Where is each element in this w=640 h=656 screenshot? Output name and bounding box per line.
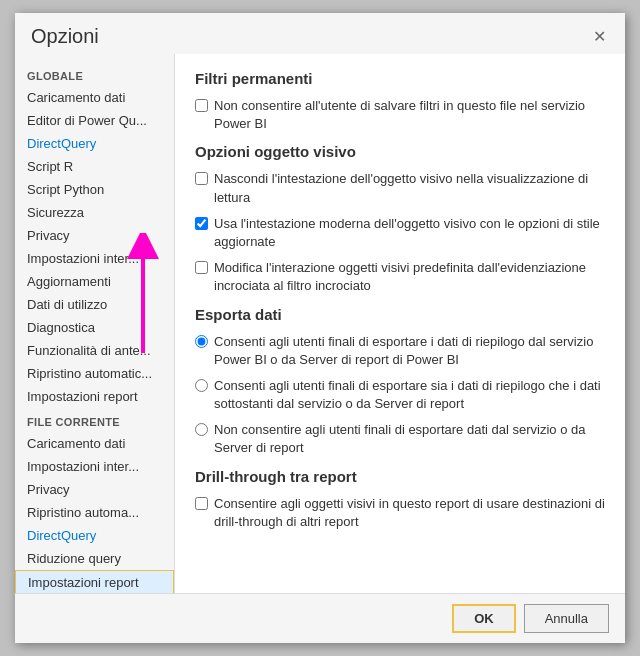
cancel-button[interactable]: Annulla xyxy=(524,604,609,633)
section-title-filtri: Filtri permanenti xyxy=(195,70,605,87)
checkbox-input-1-2[interactable] xyxy=(195,261,208,274)
option-text: Usa l'intestazione moderna dell'oggetto … xyxy=(214,215,605,251)
titlebar: Opzioni ✕ xyxy=(15,13,625,54)
sidebar-item-file[interactable]: Impostazioni report xyxy=(15,570,174,593)
sidebar-item-global[interactable]: DirectQuery xyxy=(15,132,174,155)
radio-input-2-2[interactable] xyxy=(195,423,208,436)
sidebar-global-items: Caricamento datiEditor di Power Qu...Dir… xyxy=(15,86,174,408)
checkbox-input-1-1[interactable] xyxy=(195,217,208,230)
checkbox-input-0-0[interactable] xyxy=(195,99,208,112)
sidebar-item-file[interactable]: Ripristino automa... xyxy=(15,501,174,524)
option-text: Nascondi l'intestazione dell'oggetto vis… xyxy=(214,170,605,206)
sidebar-item-file[interactable]: DirectQuery xyxy=(15,524,174,547)
option-row: Non consentire agli utenti finali di esp… xyxy=(195,421,605,457)
sidebar-item-global[interactable]: Impostazioni inter... xyxy=(15,247,174,270)
sidebar-item-global[interactable]: Script Python xyxy=(15,178,174,201)
content-sections: Filtri permanentiNon consentire all'uten… xyxy=(195,70,605,531)
sidebar-item-global[interactable]: Diagnostica xyxy=(15,316,174,339)
option-row: Consentire agli oggetti visivi in questo… xyxy=(195,495,605,531)
sidebar-item-file[interactable]: Riduzione query xyxy=(15,547,174,570)
option-row: Consenti agli utenti finali di esportare… xyxy=(195,377,605,413)
section-title-esporta_dati: Esporta dati xyxy=(195,306,605,323)
dialog-footer: OK Annulla xyxy=(15,593,625,643)
sidebar-file-items: Caricamento datiImpostazioni inter...Pri… xyxy=(15,432,174,593)
sidebar-item-file[interactable]: Caricamento dati xyxy=(15,432,174,455)
section-title-drill_through: Drill-through tra report xyxy=(195,468,605,485)
sidebar-item-file[interactable]: Privacy xyxy=(15,478,174,501)
sidebar-item-file[interactable]: Impostazioni inter... xyxy=(15,455,174,478)
sidebar-file-label: FILE CORRENTE xyxy=(15,408,174,432)
option-row: Modifica l'interazione oggetti visivi pr… xyxy=(195,259,605,295)
sidebar-item-global[interactable]: Privacy xyxy=(15,224,174,247)
sidebar-item-global[interactable]: Dati di utilizzo xyxy=(15,293,174,316)
checkbox-input-1-0[interactable] xyxy=(195,172,208,185)
radio-input-2-0[interactable] xyxy=(195,335,208,348)
sidebar-item-global[interactable]: Funzionalità di ante... xyxy=(15,339,174,362)
sidebar-global-label: GLOBALE xyxy=(15,62,174,86)
options-dialog: Opzioni ✕ GLOBALE Caricamento datiEditor… xyxy=(15,13,625,643)
option-text: Non consentire all'utente di salvare fil… xyxy=(214,97,605,133)
sidebar-item-global[interactable]: Aggiornamenti xyxy=(15,270,174,293)
content-area: Filtri permanentiNon consentire all'uten… xyxy=(175,54,625,593)
option-row: Nascondi l'intestazione dell'oggetto vis… xyxy=(195,170,605,206)
option-row: Consenti agli utenti finali di esportare… xyxy=(195,333,605,369)
close-button[interactable]: ✕ xyxy=(589,27,609,47)
checkbox-input-3-0[interactable] xyxy=(195,497,208,510)
dialog-body: GLOBALE Caricamento datiEditor di Power … xyxy=(15,54,625,593)
sidebar-item-global[interactable]: Impostazioni report xyxy=(15,385,174,408)
sidebar: GLOBALE Caricamento datiEditor di Power … xyxy=(15,54,175,593)
dialog-title: Opzioni xyxy=(31,25,99,48)
option-text: Consenti agli utenti finali di esportare… xyxy=(214,333,605,369)
radio-input-2-1[interactable] xyxy=(195,379,208,392)
ok-button[interactable]: OK xyxy=(452,604,516,633)
option-text: Consenti agli utenti finali di esportare… xyxy=(214,377,605,413)
sidebar-item-global[interactable]: Editor di Power Qu... xyxy=(15,109,174,132)
sidebar-item-global[interactable]: Sicurezza xyxy=(15,201,174,224)
sidebar-item-global[interactable]: Script R xyxy=(15,155,174,178)
option-row: Non consentire all'utente di salvare fil… xyxy=(195,97,605,133)
sidebar-item-global[interactable]: Caricamento dati xyxy=(15,86,174,109)
option-text: Consentire agli oggetti visivi in questo… xyxy=(214,495,605,531)
option-text: Non consentire agli utenti finali di esp… xyxy=(214,421,605,457)
option-text: Modifica l'interazione oggetti visivi pr… xyxy=(214,259,605,295)
option-row: Usa l'intestazione moderna dell'oggetto … xyxy=(195,215,605,251)
section-title-oggetto_visivo: Opzioni oggetto visivo xyxy=(195,143,605,160)
sidebar-item-global[interactable]: Ripristino automatic... xyxy=(15,362,174,385)
